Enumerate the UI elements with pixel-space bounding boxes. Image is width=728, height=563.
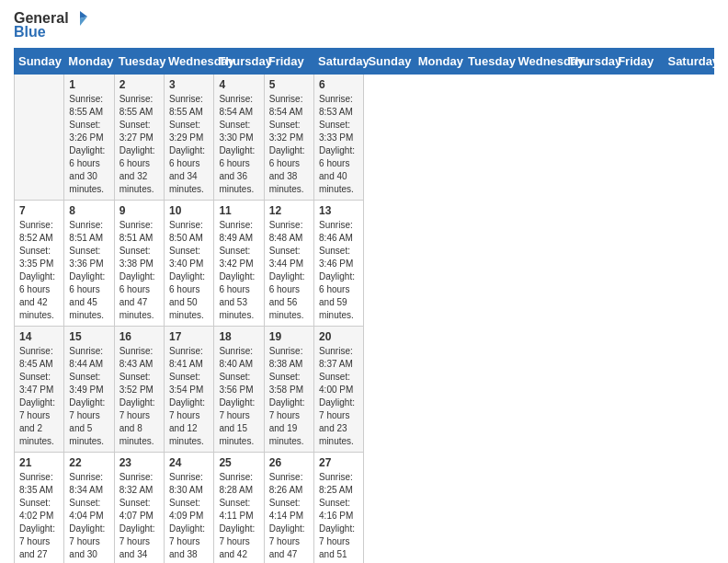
day-number: 14	[19, 330, 59, 343]
calendar-cell: 19Sunrise: 8:38 AMSunset: 3:58 PMDayligh…	[264, 327, 313, 453]
day-info: Sunrise: 8:51 AMSunset: 3:36 PMDaylight:…	[69, 219, 108, 322]
day-info: Sunrise: 8:38 AMSunset: 3:58 PMDaylight:…	[269, 345, 309, 448]
day-number: 3	[169, 78, 209, 91]
day-number: 20	[319, 330, 358, 343]
day-info: Sunrise: 8:41 AMSunset: 3:54 PMDaylight:…	[169, 345, 209, 448]
calendar-cell: 3Sunrise: 8:55 AMSunset: 3:29 PMDaylight…	[165, 75, 214, 201]
day-number: 8	[69, 204, 108, 217]
logo-blue-text: Blue	[14, 24, 46, 40]
day-number: 17	[169, 330, 209, 343]
day-info: Sunrise: 8:32 AMSunset: 4:07 PMDaylight:…	[119, 471, 159, 563]
logo-flag-icon	[71, 9, 89, 28]
calendar-cell: 1Sunrise: 8:55 AMSunset: 3:26 PMDaylight…	[64, 75, 114, 201]
day-number: 22	[69, 456, 108, 469]
calendar-cell: 25Sunrise: 8:28 AMSunset: 4:11 PMDayligh…	[214, 453, 264, 564]
col-header-tuesday: Tuesday	[464, 49, 514, 75]
calendar-cell: 15Sunrise: 8:44 AMSunset: 3:49 PMDayligh…	[64, 327, 114, 453]
calendar-cell: 22Sunrise: 8:34 AMSunset: 4:04 PMDayligh…	[64, 453, 114, 564]
calendar-cell: 10Sunrise: 8:50 AMSunset: 3:40 PMDayligh…	[165, 201, 214, 327]
day-info: Sunrise: 8:55 AMSunset: 3:29 PMDaylight:…	[169, 93, 209, 196]
day-info: Sunrise: 8:28 AMSunset: 4:11 PMDaylight:…	[219, 471, 258, 563]
day-number: 16	[119, 330, 159, 343]
day-number: 6	[319, 78, 358, 91]
day-info: Sunrise: 8:43 AMSunset: 3:52 PMDaylight:…	[119, 345, 159, 448]
calendar-cell: 8Sunrise: 8:51 AMSunset: 3:36 PMDaylight…	[64, 201, 114, 327]
day-number: 1	[69, 78, 108, 91]
day-number: 26	[269, 456, 309, 469]
day-number: 24	[169, 456, 209, 469]
day-info: Sunrise: 8:54 AMSunset: 3:30 PMDaylight:…	[219, 93, 258, 196]
day-number: 2	[119, 78, 159, 91]
day-info: Sunrise: 8:50 AMSunset: 3:40 PMDaylight:…	[169, 219, 209, 322]
calendar-week-row: 1Sunrise: 8:55 AMSunset: 3:26 PMDaylight…	[15, 75, 714, 201]
calendar-cell: 6Sunrise: 8:53 AMSunset: 3:33 PMDaylight…	[314, 75, 364, 201]
calendar-cell: 20Sunrise: 8:37 AMSunset: 4:00 PMDayligh…	[314, 327, 364, 453]
calendar-cell: 26Sunrise: 8:26 AMSunset: 4:14 PMDayligh…	[264, 453, 313, 564]
day-info: Sunrise: 8:26 AMSunset: 4:14 PMDaylight:…	[269, 471, 309, 563]
calendar-table: SundayMondayTuesdayWednesdayThursdayFrid…	[14, 48, 714, 563]
col-header-monday: Monday	[64, 49, 114, 75]
logo: General Blue	[14, 9, 89, 40]
calendar-cell: 13Sunrise: 8:46 AMSunset: 3:46 PMDayligh…	[314, 201, 364, 327]
day-info: Sunrise: 8:25 AMSunset: 4:16 PMDaylight:…	[319, 471, 358, 563]
day-info: Sunrise: 8:49 AMSunset: 3:42 PMDaylight:…	[219, 219, 258, 322]
calendar-cell: 21Sunrise: 8:35 AMSunset: 4:02 PMDayligh…	[15, 453, 64, 564]
col-header-sunday: Sunday	[15, 49, 64, 75]
day-number: 25	[219, 456, 258, 469]
col-header-thursday: Thursday	[563, 49, 613, 75]
day-info: Sunrise: 8:37 AMSunset: 4:00 PMDaylight:…	[319, 345, 358, 448]
calendar-week-row: 14Sunrise: 8:45 AMSunset: 3:47 PMDayligh…	[15, 327, 714, 453]
calendar-cell: 17Sunrise: 8:41 AMSunset: 3:54 PMDayligh…	[165, 327, 214, 453]
col-header-sunday: Sunday	[364, 49, 414, 75]
col-header-saturday: Saturday	[664, 49, 714, 75]
calendar-header-row: SundayMondayTuesdayWednesdayThursdayFrid…	[15, 49, 714, 75]
day-info: Sunrise: 8:51 AMSunset: 3:38 PMDaylight:…	[119, 219, 159, 322]
calendar-cell: 27Sunrise: 8:25 AMSunset: 4:16 PMDayligh…	[314, 453, 364, 564]
day-info: Sunrise: 8:55 AMSunset: 3:26 PMDaylight:…	[69, 93, 108, 196]
col-header-wednesday: Wednesday	[165, 49, 214, 75]
header: General Blue	[14, 9, 714, 40]
calendar-cell: 2Sunrise: 8:55 AMSunset: 3:27 PMDaylight…	[114, 75, 164, 201]
day-info: Sunrise: 8:34 AMSunset: 4:04 PMDaylight:…	[69, 471, 108, 563]
col-header-wednesday: Wednesday	[514, 49, 563, 75]
day-number: 9	[119, 204, 159, 217]
calendar-week-row: 21Sunrise: 8:35 AMSunset: 4:02 PMDayligh…	[15, 453, 714, 564]
day-number: 13	[319, 204, 358, 217]
col-header-tuesday: Tuesday	[114, 49, 164, 75]
col-header-thursday: Thursday	[214, 49, 264, 75]
day-info: Sunrise: 8:54 AMSunset: 3:32 PMDaylight:…	[269, 93, 309, 196]
calendar-cell: 12Sunrise: 8:48 AMSunset: 3:44 PMDayligh…	[264, 201, 313, 327]
day-info: Sunrise: 8:35 AMSunset: 4:02 PMDaylight:…	[19, 471, 59, 563]
day-info: Sunrise: 8:48 AMSunset: 3:44 PMDaylight:…	[269, 219, 309, 322]
day-number: 5	[269, 78, 309, 91]
col-header-saturday: Saturday	[314, 49, 364, 75]
day-number: 7	[19, 204, 59, 217]
day-info: Sunrise: 8:53 AMSunset: 3:33 PMDaylight:…	[319, 93, 358, 196]
calendar-cell: 9Sunrise: 8:51 AMSunset: 3:38 PMDaylight…	[114, 201, 164, 327]
day-info: Sunrise: 8:30 AMSunset: 4:09 PMDaylight:…	[169, 471, 209, 563]
calendar-cell: 5Sunrise: 8:54 AMSunset: 3:32 PMDaylight…	[264, 75, 313, 201]
day-info: Sunrise: 8:52 AMSunset: 3:35 PMDaylight:…	[19, 219, 59, 322]
col-header-friday: Friday	[264, 49, 313, 75]
day-number: 10	[169, 204, 209, 217]
day-info: Sunrise: 8:55 AMSunset: 3:27 PMDaylight:…	[119, 93, 159, 196]
calendar-cell: 16Sunrise: 8:43 AMSunset: 3:52 PMDayligh…	[114, 327, 164, 453]
calendar-cell	[15, 75, 64, 201]
calendar-cell: 18Sunrise: 8:40 AMSunset: 3:56 PMDayligh…	[214, 327, 264, 453]
calendar-cell: 11Sunrise: 8:49 AMSunset: 3:42 PMDayligh…	[214, 201, 264, 327]
calendar-cell: 24Sunrise: 8:30 AMSunset: 4:09 PMDayligh…	[165, 453, 214, 564]
day-number: 23	[119, 456, 159, 469]
day-number: 18	[219, 330, 258, 343]
calendar-cell: 7Sunrise: 8:52 AMSunset: 3:35 PMDaylight…	[15, 201, 64, 327]
day-number: 21	[19, 456, 59, 469]
day-number: 15	[69, 330, 108, 343]
day-info: Sunrise: 8:45 AMSunset: 3:47 PMDaylight:…	[19, 345, 59, 448]
col-header-monday: Monday	[414, 49, 463, 75]
day-number: 4	[219, 78, 258, 91]
calendar-week-row: 7Sunrise: 8:52 AMSunset: 3:35 PMDaylight…	[15, 201, 714, 327]
calendar-cell: 23Sunrise: 8:32 AMSunset: 4:07 PMDayligh…	[114, 453, 164, 564]
day-number: 12	[269, 204, 309, 217]
day-info: Sunrise: 8:40 AMSunset: 3:56 PMDaylight:…	[219, 345, 258, 448]
calendar-cell: 4Sunrise: 8:54 AMSunset: 3:30 PMDaylight…	[214, 75, 264, 201]
day-info: Sunrise: 8:46 AMSunset: 3:46 PMDaylight:…	[319, 219, 358, 322]
